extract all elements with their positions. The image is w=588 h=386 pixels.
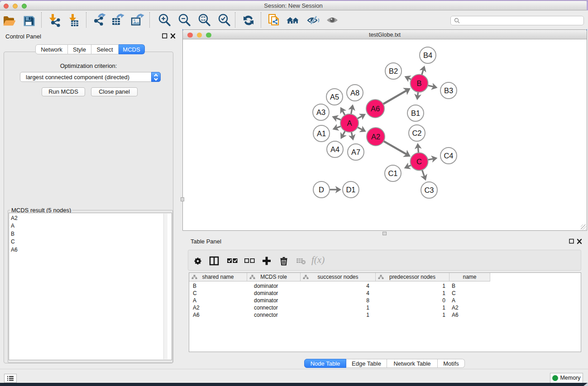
svg-text:A6: A6 — [371, 105, 380, 113]
svg-text:C: C — [416, 157, 422, 166]
svg-text:A4: A4 — [330, 145, 339, 153]
svg-text:A5: A5 — [330, 93, 339, 101]
svg-text:A8: A8 — [350, 89, 359, 97]
svg-text:C3: C3 — [424, 186, 434, 194]
svg-text:B3: B3 — [444, 86, 453, 95]
svg-text:C4: C4 — [444, 152, 453, 160]
svg-text:A: A — [347, 119, 352, 127]
svg-text:A1: A1 — [317, 129, 326, 138]
svg-text:C1: C1 — [388, 169, 397, 177]
svg-text:A7: A7 — [351, 148, 360, 156]
svg-text:C2: C2 — [412, 129, 421, 137]
svg-text:B2: B2 — [389, 67, 398, 75]
svg-text:A3: A3 — [316, 108, 325, 116]
svg-text:D: D — [319, 186, 324, 194]
svg-text:A2: A2 — [371, 133, 380, 141]
svg-text:B4: B4 — [423, 51, 432, 59]
svg-text:B1: B1 — [411, 109, 420, 117]
svg-text:B: B — [416, 79, 421, 87]
svg-text:D1: D1 — [346, 186, 355, 194]
